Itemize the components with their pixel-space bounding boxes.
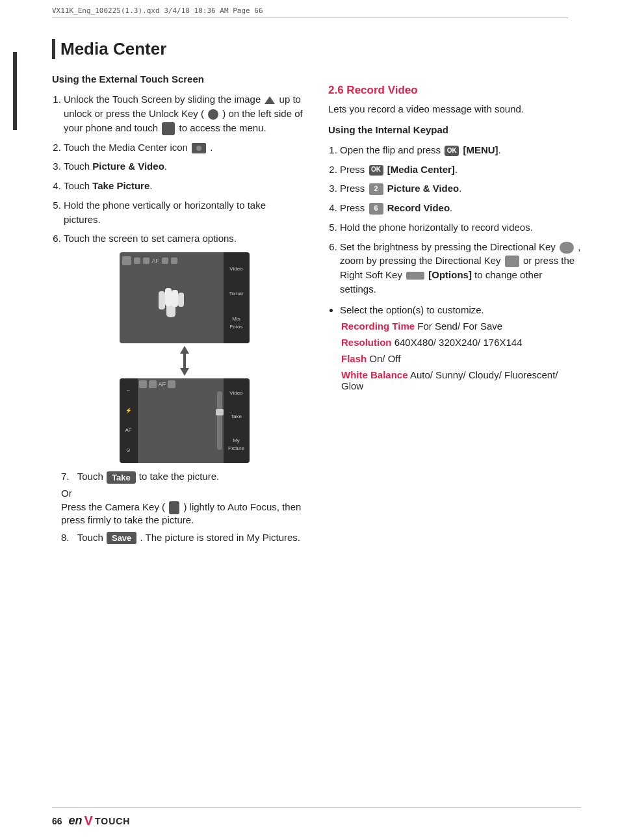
rstep1-text2: [MENU]. (463, 144, 500, 155)
step7-num: 7. (61, 471, 75, 482)
cam-label-fotos: MisFotos (229, 315, 242, 330)
list-item: Press 2 Picture & Video. (340, 181, 581, 196)
step7b-text: Press the Camera Key ( (61, 501, 165, 512)
num-key-6: 6 (369, 203, 383, 215)
cam2-right-bar: Video Take MyPicture (224, 378, 250, 463)
page-title: Media Center (52, 39, 581, 59)
brand-en: en (69, 814, 83, 828)
svg-marker-5 (180, 346, 189, 354)
list-item: Set the brightness by pressing the Direc… (340, 240, 581, 296)
arrow-up-icon (265, 96, 275, 104)
cam2-label-af: AF (125, 427, 131, 434)
rstep6-text: Set the brightness by pressing the Direc… (340, 241, 558, 252)
cam-indicator (171, 257, 177, 264)
step7-text: Touch (77, 471, 106, 482)
list-item: Press OK [Media Center]. (340, 163, 581, 177)
list-item: Select the option(s) to customize. (340, 303, 581, 317)
cam2-label-dot: ⊙ (126, 447, 131, 454)
cam-indicator (143, 257, 149, 264)
soft-key-icon (406, 272, 424, 280)
svg-rect-3 (172, 290, 178, 307)
right-section-heading: Using the Internal Keypad (328, 124, 581, 135)
cam-indicator (122, 256, 131, 265)
dir-key-icon (560, 242, 574, 254)
rstep3-text: Press (340, 183, 368, 194)
step7: 7. Touch Take to take the picture. (61, 471, 305, 484)
header-text: VX11K_Eng_100225(1.3).qxd 3/4/10 10:36 A… (52, 7, 263, 15)
camera-key-icon (169, 501, 179, 514)
or-text: Or (61, 488, 72, 499)
cam2-zoom-slider (217, 391, 222, 450)
cam2-indicator (149, 380, 157, 388)
step1-text: Unlock the Touch Screen by sliding the i… (64, 94, 263, 105)
rstep2-text2: [Media Center]. (387, 164, 458, 175)
option-label: Recording Time (341, 321, 415, 332)
bullet-intro: Select the option(s) to customize. (340, 304, 484, 315)
media-center-icon (192, 143, 206, 153)
unlock-key-icon (208, 109, 218, 120)
menu-icon (162, 122, 175, 135)
cam2-label-back: ← (126, 387, 131, 395)
save-button-label: Save (107, 532, 136, 544)
two-column-layout: Using the External Touch Screen Unlock t… (52, 73, 581, 544)
step3-text: Touch Picture & Video. (64, 161, 167, 172)
cam-label-tomar: Tomar (229, 290, 243, 298)
list-item: Touch Take Picture. (64, 179, 305, 193)
cam2-label-mypic: MyPicture (228, 437, 244, 452)
num-key-2: 2 (369, 183, 383, 195)
option-resolution: Resolution 640X480/ 320X240/ 176X144 (341, 337, 581, 348)
options-detail: Recording Time For Send/ For Save Resolu… (341, 321, 581, 391)
step7b: Press the Camera Key ( ) lightly to Auto… (61, 501, 305, 525)
cam-right-menu: Video Tomar MisFotos (224, 252, 250, 343)
cam2-af: AF (159, 380, 166, 389)
option-label: Flash (341, 353, 367, 364)
left-section-heading: Using the External Touch Screen (52, 73, 305, 85)
step5-text: Hold the phone vertically or horizontall… (64, 200, 266, 225)
cam2-label-take: Take (231, 413, 242, 421)
list-item: Press 6 Record Video. (340, 201, 581, 215)
page-footer: 66 en V TOUCH (52, 807, 581, 828)
step2-text: Touch the Media Center icon (64, 142, 190, 153)
record-video-title: 2.6 Record Video (328, 84, 581, 97)
right-steps-list: Open the flip and press OK [MENU]. Press… (328, 143, 581, 296)
rstep4-text2: Record Video. (387, 202, 453, 213)
option-white-balance: White Balance Auto/ Sunny/ Cloudy/ Fluor… (341, 369, 581, 391)
ok-key-badge2: OK (369, 165, 383, 176)
cam2-label-flash: ⚡ (125, 407, 132, 415)
cam-label-video: Video (229, 265, 242, 273)
option-recording-time: Recording Time For Send/ For Save (341, 321, 581, 332)
scroll-arrow (175, 345, 194, 377)
rstep5-text: Hold the phone horizontally to record vi… (340, 222, 533, 233)
list-item: Touch the Media Center icon . (64, 140, 305, 155)
list-item: Touch Picture & Video. (64, 159, 305, 174)
cam2-top-bar: AF (138, 378, 224, 390)
step1-text4: to access the menu. (179, 122, 266, 133)
step8-text: Touch (77, 532, 106, 543)
hand-icon (152, 275, 191, 321)
option-value: On/ Off (369, 353, 400, 364)
step8-text2: . The picture is stored in My Pictures. (140, 532, 300, 543)
step2-period: . (210, 142, 213, 153)
options-list: Select the option(s) to customize. (328, 303, 581, 317)
camera-screen-1: AF (120, 252, 250, 343)
list-item: Open the flip and press OK [MENU]. (340, 143, 581, 157)
cam-indicator (134, 257, 140, 264)
step8-num: 8. (61, 532, 75, 543)
svg-rect-2 (165, 288, 172, 306)
svg-rect-1 (159, 291, 165, 309)
camera-screen-2: ← ⚡ AF ⊙ AF (120, 378, 250, 463)
record-desc: Lets you record a video message with sou… (328, 102, 581, 116)
cam2-label-video: Video (229, 389, 242, 397)
take-button-label: Take (107, 471, 136, 484)
step7-text2: to take the picture. (139, 471, 219, 482)
ok-key-badge: OK (445, 146, 459, 156)
brand-v: V (84, 813, 93, 828)
option-label: White Balance (341, 369, 408, 380)
brand-logo: en V TOUCH (69, 813, 131, 828)
right-column: 2.6 Record Video Lets you record a video… (328, 73, 581, 544)
arrow-key-icon (505, 256, 519, 267)
svg-marker-7 (180, 368, 189, 376)
cam2-indicator (168, 380, 175, 388)
page-number: 66 (52, 816, 62, 826)
list-item: Hold the phone horizontally to record vi… (340, 220, 581, 235)
